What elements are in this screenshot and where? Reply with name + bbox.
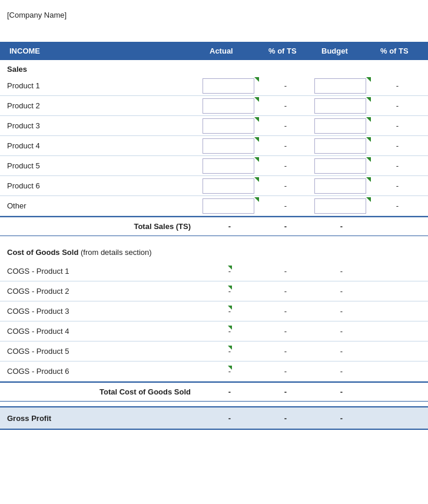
cogs-4-budget-pct [371,329,424,334]
other-pct: - [259,199,312,213]
cogs-6-label: COGS - Product 6 [0,364,200,378]
green-corner-b5 [366,157,371,162]
product-2-actual-field[interactable] [203,98,254,114]
cogs-3-budget-pct [371,309,424,314]
product-row-2: Product 2 - - [0,96,428,116]
product-2-actual-input[interactable] [200,97,259,115]
gross-profit-budget-pct [371,416,424,420]
green-corner-5 [254,157,259,162]
cogs-2-actual: - [200,284,259,298]
cogs-row-1: COGS - Product 1 - - - [0,261,428,281]
product-6-actual-field[interactable] [203,178,254,194]
cogs-2-budget: - [312,284,371,298]
cogs-5-pct: - [259,344,312,358]
header-budget: Budget [319,47,378,55]
product-5-budget-input[interactable] [312,157,371,175]
product-4-budget-field[interactable] [314,138,366,154]
green-corner-b4 [366,137,371,142]
cogs-2-budget-pct [371,289,424,294]
cogs-1-label: COGS - Product 1 [0,264,200,278]
cogs-2-actual-wrap: - [228,287,231,296]
header-section: INCOME [7,47,207,55]
product-row-other: Other - - [0,196,428,216]
cogs-row-2: COGS - Product 2 - - - [0,281,428,301]
product-1-actual-field[interactable] [203,78,254,94]
cogs-1-actual: - [200,264,259,278]
header-pct-ts-1: % of TS [266,47,319,55]
gross-profit-row: Gross Profit - - - [0,406,428,430]
product-6-budget-input[interactable] [312,177,371,195]
cogs-5-label: COGS - Product 5 [0,344,200,358]
product-4-actual-field[interactable] [203,138,254,154]
product-row-3: Product 3 - - [0,116,428,136]
cogs-3-actual: - [200,304,259,318]
product-4-actual-input[interactable] [200,137,259,155]
product-1-budget-input[interactable] [312,77,371,95]
cogs-6-budget: - [312,364,371,378]
other-budget-pct: - [371,199,424,213]
green-corner-4 [254,137,259,142]
product-1-actual-input[interactable] [200,77,259,95]
product-3-label: Product 3 [0,119,200,132]
header-pct-ts-2: % of TS [378,47,428,55]
header-actual: Actual [207,47,266,55]
product-row-5: Product 5 - - [0,156,428,176]
cogs-1-budget: - [312,264,371,278]
total-sales-label: Total Sales (TS) [0,220,200,233]
other-actual-field[interactable] [203,198,254,214]
other-budget-input[interactable] [312,197,371,215]
cogs-5-actual: - [200,344,259,358]
cogs-4-label: COGS - Product 4 [0,324,200,338]
product-5-pct: - [259,159,312,173]
cogs-5-budget: - [312,344,371,358]
income-header: INCOME Actual % of TS Budget % of TS [0,42,428,60]
gross-profit-pct: - [259,412,312,425]
total-cogs-row: Total Cost of Goods Sold - - - [0,382,428,402]
green-corner-b1 [366,77,371,82]
other-label: Other [0,199,200,213]
product-5-actual-field[interactable] [203,158,254,174]
product-5-budget-field[interactable] [314,158,366,174]
cogs-2-pct: - [259,284,312,298]
other-actual-input[interactable] [200,197,259,215]
product-6-actual-input[interactable] [200,177,259,195]
product-3-pct: - [259,119,312,132]
gross-profit-budget: - [312,412,371,425]
product-6-budget-pct: - [371,179,424,193]
cogs-2-label: COGS - Product 2 [0,284,200,298]
product-6-pct: - [259,179,312,193]
cogs-green-corner-5 [228,346,232,350]
product-6-budget-field[interactable] [314,178,366,194]
product-5-label: Product 5 [0,159,200,173]
product-4-budget-input[interactable] [312,137,371,155]
cogs-green-corner-3 [228,306,232,310]
cogs-4-actual-wrap: - [228,327,231,336]
product-row-6: Product 6 - - [0,176,428,196]
product-3-budget-pct: - [371,119,424,132]
cogs-6-actual-wrap: - [228,367,231,376]
product-3-actual-field[interactable] [203,118,254,134]
product-5-actual-input[interactable] [200,157,259,175]
cogs-6-pct: - [259,364,312,378]
company-name: [Company Name] [0,0,428,24]
green-corner-6 [254,177,259,182]
cogs-green-corner-6 [228,366,232,370]
cogs-1-budget-pct [371,269,424,274]
other-budget-field[interactable] [314,198,366,214]
cogs-6-budget-pct [371,369,424,374]
cogs-3-budget: - [312,304,371,318]
product-1-budget-field[interactable] [314,78,366,94]
cogs-header-bold: Cost of Goods Sold [7,248,78,257]
total-cogs-budget: - [312,385,371,399]
product-3-actual-input[interactable] [200,117,259,135]
product-2-budget-field[interactable] [314,98,366,114]
product-3-budget-field[interactable] [314,118,366,134]
product-3-budget-input[interactable] [312,117,371,135]
cogs-row-6: COGS - Product 6 - - - [0,362,428,382]
cogs-section-header: Cost of Goods Sold (from details section… [0,236,428,261]
cogs-6-actual: - [200,364,259,378]
product-2-budget-pct: - [371,99,424,112]
product-1-pct: - [259,79,312,92]
product-2-budget-input[interactable] [312,97,371,115]
product-4-budget-pct: - [371,139,424,152]
